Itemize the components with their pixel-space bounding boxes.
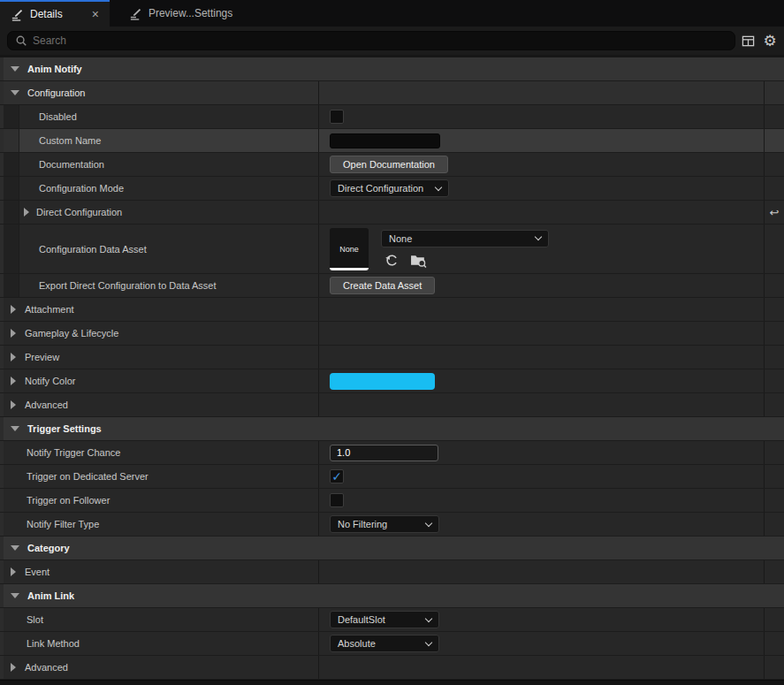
row-gameplay-lifecycle[interactable]: Gameplay & Lifecycle bbox=[0, 322, 784, 346]
field-label: Link Method bbox=[27, 638, 80, 649]
tab-details[interactable]: Details × bbox=[0, 0, 110, 27]
expander-down-icon[interactable] bbox=[11, 593, 19, 598]
disabled-checkbox[interactable] bbox=[330, 110, 344, 124]
expander-right-icon[interactable] bbox=[11, 400, 16, 409]
indent-gutter bbox=[4, 129, 19, 152]
section-trigger-settings[interactable]: Trigger Settings bbox=[0, 417, 784, 441]
field-label: Trigger on Dedicated Server bbox=[27, 471, 148, 482]
section-anim-link[interactable]: Anim Link bbox=[0, 584, 784, 608]
panel-bottom-edge bbox=[0, 680, 784, 685]
field-label: Slot bbox=[27, 614, 43, 625]
row-notify-color[interactable]: Notify Color bbox=[0, 369, 784, 393]
create-data-asset-button[interactable]: Create Data Asset bbox=[330, 277, 435, 294]
section-configuration[interactable]: Configuration bbox=[0, 81, 784, 105]
tab-preview-settings-label: Preview...Settings bbox=[148, 7, 232, 19]
asset-thumbnail[interactable]: None bbox=[330, 228, 369, 270]
field-label: Custom Name bbox=[39, 135, 101, 146]
details-tab-icon bbox=[11, 8, 24, 21]
settings-gear-icon[interactable]: ⚙ bbox=[760, 31, 780, 50]
tab-preview-settings[interactable]: Preview...Settings bbox=[118, 0, 243, 27]
asset-select-dropdown[interactable]: None bbox=[381, 230, 549, 247]
field-label: Notify Filter Type bbox=[27, 519, 99, 529]
group-label: Event bbox=[25, 567, 49, 577]
search-icon bbox=[15, 34, 27, 47]
section-title: Category bbox=[27, 543, 70, 553]
expander-right-icon[interactable] bbox=[24, 208, 29, 217]
tab-details-label: Details bbox=[30, 8, 63, 20]
expander-right-icon[interactable] bbox=[11, 567, 16, 576]
expander-right-icon[interactable] bbox=[11, 663, 16, 672]
row-custom-name[interactable]: Custom Name bbox=[0, 129, 784, 153]
expander-right-icon[interactable] bbox=[11, 305, 16, 314]
custom-name-input[interactable] bbox=[330, 133, 440, 148]
indent-gutter bbox=[4, 225, 19, 273]
section-title: Configuration bbox=[27, 88, 85, 98]
row-notify-filter-type[interactable]: Notify Filter Type No Filtering bbox=[0, 513, 784, 537]
section-category[interactable]: Category bbox=[0, 537, 784, 560]
expander-down-icon[interactable] bbox=[11, 545, 19, 551]
tab-bar: Details × Preview...Settings bbox=[0, 0, 784, 27]
search-input[interactable] bbox=[33, 34, 727, 47]
open-documentation-button[interactable]: Open Documentation bbox=[330, 156, 448, 173]
row-advanced-anim-link[interactable]: Advanced bbox=[0, 656, 784, 680]
search-box[interactable] bbox=[7, 31, 735, 50]
row-attachment[interactable]: Attachment bbox=[0, 298, 784, 322]
row-export-direct-configuration[interactable]: Export Direct Configuration to Data Asse… bbox=[0, 274, 784, 298]
expander-down-icon[interactable] bbox=[11, 426, 19, 431]
row-configuration-mode[interactable]: Configuration Mode Direct Configuration bbox=[0, 177, 784, 201]
section-title: Anim Link bbox=[27, 590, 74, 601]
slot-dropdown[interactable]: DefaultSlot bbox=[330, 611, 439, 628]
section-title: Trigger Settings bbox=[27, 423, 102, 434]
expander-right-icon[interactable] bbox=[11, 377, 16, 385]
tab-close-icon[interactable]: × bbox=[92, 8, 99, 20]
trigger-on-follower-checkbox[interactable] bbox=[330, 493, 344, 507]
indent-gutter bbox=[4, 201, 19, 224]
notify-color-swatch[interactable] bbox=[330, 373, 435, 390]
notify-trigger-chance-input[interactable] bbox=[330, 445, 438, 461]
use-selected-asset-icon[interactable] bbox=[383, 253, 400, 269]
display-filter-grid-icon[interactable] bbox=[738, 31, 757, 50]
indent-gutter bbox=[4, 274, 19, 297]
expander-right-icon[interactable] bbox=[11, 353, 16, 362]
indent-gutter bbox=[4, 105, 19, 128]
row-preview[interactable]: Preview bbox=[0, 346, 784, 369]
group-label: Attachment bbox=[25, 304, 74, 315]
section-anim-notify[interactable]: Anim Notify bbox=[0, 57, 784, 81]
browse-to-asset-icon[interactable] bbox=[409, 253, 427, 269]
row-trigger-on-follower[interactable]: Trigger on Follower bbox=[0, 489, 784, 513]
group-label: Advanced bbox=[25, 662, 68, 673]
field-label: Configuration Data Asset bbox=[39, 244, 147, 255]
row-disabled[interactable]: Disabled bbox=[0, 105, 784, 129]
field-label: Disabled bbox=[39, 111, 77, 122]
expander-right-icon[interactable] bbox=[11, 329, 16, 338]
expander-down-icon[interactable] bbox=[11, 66, 19, 72]
field-label: Direct Configuration bbox=[36, 207, 122, 217]
row-link-method[interactable]: Link Method Absolute bbox=[0, 632, 784, 656]
row-event[interactable]: Event bbox=[0, 560, 784, 584]
indent-gutter bbox=[4, 153, 19, 176]
row-slot[interactable]: Slot DefaultSlot bbox=[0, 608, 784, 632]
chevron-down-icon bbox=[425, 638, 432, 645]
chevron-down-icon bbox=[425, 614, 432, 621]
field-label: Export Direct Configuration to Data Asse… bbox=[39, 280, 217, 291]
row-direct-configuration[interactable]: Direct Configuration ↩ bbox=[0, 201, 784, 225]
row-configuration-data-asset[interactable]: Configuration Data Asset None None bbox=[0, 225, 784, 274]
chevron-down-icon bbox=[425, 519, 432, 526]
notify-filter-type-dropdown[interactable]: No Filtering bbox=[330, 515, 439, 533]
row-advanced-anim-notify[interactable]: Advanced bbox=[0, 393, 784, 417]
section-title: Anim Notify bbox=[27, 64, 82, 74]
chevron-down-icon bbox=[535, 233, 542, 240]
expander-down-icon[interactable] bbox=[11, 90, 19, 95]
row-documentation[interactable]: Documentation Open Documentation bbox=[0, 153, 784, 177]
check-icon: ✓ bbox=[331, 470, 342, 483]
row-notify-trigger-chance[interactable]: Notify Trigger Chance bbox=[0, 441, 784, 465]
link-method-dropdown[interactable]: Absolute bbox=[330, 635, 439, 652]
indent-gutter bbox=[4, 177, 19, 200]
chevron-down-icon bbox=[435, 183, 442, 190]
preview-settings-tab-icon bbox=[129, 7, 142, 20]
row-trigger-on-dedicated-server[interactable]: Trigger on Dedicated Server ✓ bbox=[0, 465, 784, 489]
reset-to-default-icon[interactable]: ↩ bbox=[770, 206, 780, 219]
trigger-on-dedicated-server-checkbox[interactable]: ✓ bbox=[330, 469, 344, 483]
configuration-mode-dropdown[interactable]: Direct Configuration bbox=[330, 179, 449, 197]
details-panel: Details × Preview...Settings bbox=[0, 0, 784, 685]
